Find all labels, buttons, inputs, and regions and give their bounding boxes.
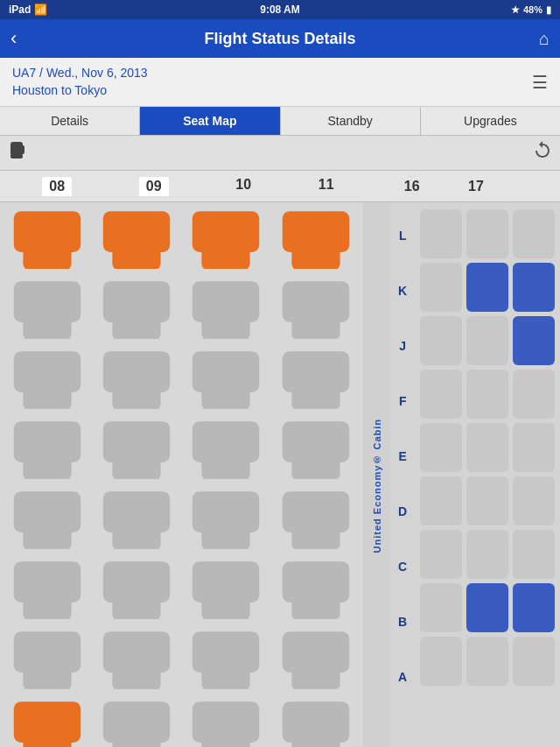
svg-rect-75	[14, 631, 81, 673]
eco-seat-F2[interactable]	[466, 370, 508, 419]
seat-7b[interactable]	[94, 630, 178, 693]
eco-seat-J3[interactable]	[513, 316, 555, 365]
eco-seat-J1[interactable]	[420, 316, 462, 365]
row-label-F: F	[399, 375, 407, 427]
eco-seat-B2[interactable]	[466, 583, 508, 632]
svg-rect-48	[282, 421, 349, 462]
svg-rect-71	[202, 597, 250, 616]
seat-2d[interactable]	[274, 279, 358, 342]
seat-8b[interactable]	[94, 700, 178, 747]
back-button[interactable]: ‹	[10, 27, 37, 50]
svg-rect-69	[192, 561, 260, 603]
seat-4b[interactable]	[94, 419, 178, 483]
svg-rect-1	[10, 154, 23, 159]
seat-4a[interactable]	[5, 419, 89, 483]
seat-map-area: United Economy® Cabin L K J F E D C B A	[0, 202, 560, 747]
eco-seat-K3[interactable]	[513, 263, 555, 312]
flight-line1: UA7 / Wed., Nov 6, 2013	[12, 65, 148, 82]
eco-seat-A1[interactable]	[420, 637, 462, 686]
eco-seat-K2[interactable]	[466, 263, 508, 312]
eco-seat-A2[interactable]	[466, 637, 508, 686]
seat-8d[interactable]	[274, 700, 358, 747]
row-label-L: L	[399, 209, 407, 262]
eco-seat-A3[interactable]	[513, 637, 555, 686]
eco-seat-L1[interactable]	[420, 209, 462, 258]
svg-rect-68	[113, 597, 161, 616]
seat-1c[interactable]	[184, 209, 268, 272]
seat-2c[interactable]	[184, 279, 268, 342]
seat-5d[interactable]	[274, 490, 358, 553]
seat-1b[interactable]	[94, 209, 178, 272]
seat-1a[interactable]	[5, 209, 89, 272]
nav-title: Flight Status Details	[37, 30, 523, 48]
seat-2b[interactable]	[94, 279, 178, 342]
svg-rect-87	[14, 701, 81, 743]
seat-1d[interactable]	[274, 209, 358, 272]
seat-3d[interactable]	[274, 349, 358, 412]
eco-seat-B3[interactable]	[513, 583, 555, 632]
economy-grid	[415, 202, 560, 747]
refresh-icon[interactable]	[532, 140, 553, 166]
svg-rect-62	[291, 527, 340, 546]
eco-seat-E1[interactable]	[420, 423, 462, 472]
svg-rect-33	[192, 351, 260, 392]
tab-standby[interactable]: Standby	[281, 107, 421, 135]
list-icon[interactable]: ☰	[532, 72, 548, 93]
seat-5a[interactable]	[5, 490, 89, 553]
seat-icon	[7, 138, 32, 167]
eco-seat-D1[interactable]	[420, 476, 462, 525]
svg-rect-95	[202, 737, 250, 747]
eco-seat-J2[interactable]	[466, 316, 508, 365]
eco-seat-L3[interactable]	[513, 209, 555, 258]
seat-4d[interactable]	[274, 419, 358, 483]
seat-6c[interactable]	[184, 560, 268, 623]
eco-seat-F3[interactable]	[513, 370, 555, 419]
svg-rect-54	[103, 491, 171, 532]
eco-seat-C2[interactable]	[466, 530, 508, 579]
eco-seat-F1[interactable]	[420, 370, 462, 419]
seat-6a[interactable]	[5, 560, 89, 623]
eco-seat-B1[interactable]	[420, 583, 462, 632]
svg-rect-14	[291, 247, 340, 265]
eco-seat-E3[interactable]	[513, 423, 555, 472]
svg-rect-42	[103, 421, 171, 462]
seat-8a[interactable]	[5, 700, 89, 747]
svg-rect-72	[282, 561, 349, 603]
svg-rect-59	[202, 527, 250, 546]
eco-seat-D2[interactable]	[466, 476, 508, 525]
eco-seat-D3[interactable]	[513, 476, 555, 525]
svg-rect-36	[282, 351, 349, 392]
seat-toolbar	[0, 136, 560, 171]
home-button[interactable]: ⌂	[523, 29, 550, 49]
seat-3a[interactable]	[5, 349, 89, 412]
seat-4c[interactable]	[184, 419, 268, 483]
seat-3c[interactable]	[184, 349, 268, 412]
seat-5c[interactable]	[184, 490, 268, 553]
eco-seat-E2[interactable]	[466, 423, 508, 472]
eco-seat-C3[interactable]	[513, 530, 555, 579]
svg-rect-86	[291, 667, 340, 686]
flight-info-bar: UA7 / Wed., Nov 6, 2013 Houston to Tokyo…	[0, 58, 560, 107]
seat-7d[interactable]	[274, 630, 358, 693]
seat-6b[interactable]	[94, 560, 178, 623]
tab-details[interactable]: Details	[0, 107, 140, 135]
tab-seatmap[interactable]: Seat Map	[140, 107, 280, 135]
seat-7c[interactable]	[184, 630, 268, 693]
seat-3b[interactable]	[94, 349, 178, 412]
row-labels: L K J F E D C B A	[390, 202, 415, 747]
row-label-C: C	[398, 540, 407, 593]
seat-2a[interactable]	[5, 279, 89, 342]
seat-6d[interactable]	[274, 560, 358, 623]
eco-seat-C1[interactable]	[420, 530, 462, 579]
status-time: 9:08 AM	[260, 4, 300, 16]
eco-seat-L2[interactable]	[466, 209, 508, 258]
svg-rect-17	[23, 317, 71, 335]
svg-rect-35	[202, 387, 250, 405]
seat-8c[interactable]	[184, 700, 268, 747]
seat-5b[interactable]	[94, 490, 178, 553]
seat-7a[interactable]	[5, 630, 89, 693]
svg-rect-60	[282, 491, 349, 532]
eco-seat-K1[interactable]	[420, 263, 462, 312]
tab-upgrades[interactable]: Upgrades	[421, 107, 560, 135]
ipad-label: iPad	[9, 4, 31, 16]
